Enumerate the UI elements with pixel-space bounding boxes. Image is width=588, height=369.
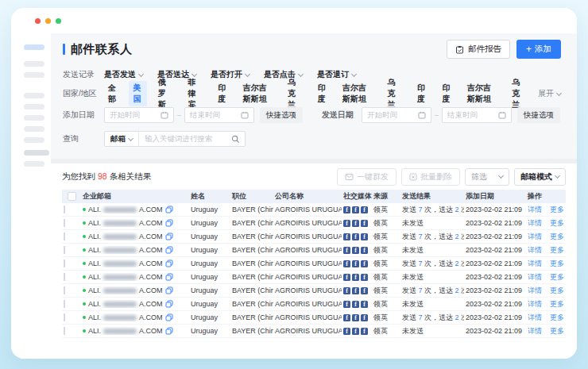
sidebar-skeleton-item[interactable] bbox=[24, 137, 44, 143]
facebook-icon[interactable]: f bbox=[352, 328, 359, 335]
facebook-icon[interactable]: f bbox=[361, 220, 368, 227]
more-link[interactable]: 更多 bbox=[550, 286, 566, 296]
row-checkbox[interactable] bbox=[64, 313, 65, 321]
more-link[interactable]: 更多 bbox=[550, 313, 566, 323]
send-date-quick-options-button[interactable]: 快捷选项 bbox=[517, 107, 560, 123]
country-option[interactable]: 印度 bbox=[439, 81, 456, 106]
copy-icon[interactable] bbox=[165, 286, 173, 294]
sidebar-skeleton-item[interactable] bbox=[24, 104, 44, 110]
more-link[interactable]: 更多 bbox=[550, 259, 566, 269]
detail-link[interactable]: 详情 bbox=[528, 218, 542, 229]
copy-icon[interactable] bbox=[165, 300, 173, 308]
copy-icon[interactable] bbox=[165, 313, 173, 321]
facebook-icon[interactable]: f bbox=[361, 301, 368, 308]
more-link[interactable]: 更多 bbox=[550, 245, 566, 256]
copy-icon[interactable] bbox=[165, 259, 173, 267]
select-all-checkbox[interactable] bbox=[68, 192, 76, 201]
email-report-button[interactable]: 邮件报告 bbox=[447, 40, 510, 59]
facebook-icon[interactable]: f bbox=[343, 260, 350, 267]
country-option[interactable]: 印度 bbox=[314, 81, 331, 106]
minimize-window-icon[interactable] bbox=[45, 18, 51, 24]
country-option[interactable]: 吉尔吉斯斯坦 bbox=[338, 81, 376, 106]
sidebar-skeleton-item[interactable] bbox=[24, 44, 44, 50]
copy-icon[interactable] bbox=[165, 233, 173, 240]
copy-icon[interactable] bbox=[165, 273, 173, 281]
row-checkbox[interactable] bbox=[64, 259, 65, 267]
facebook-icon[interactable]: f bbox=[343, 314, 350, 321]
facebook-icon[interactable]: f bbox=[352, 287, 359, 294]
sidebar-skeleton-item[interactable] bbox=[24, 61, 44, 67]
facebook-icon[interactable]: f bbox=[352, 301, 359, 308]
sidebar-skeleton-item[interactable] bbox=[24, 150, 49, 156]
more-link[interactable]: 更多 bbox=[550, 272, 566, 283]
facebook-icon[interactable]: f bbox=[352, 260, 359, 267]
row-checkbox[interactable] bbox=[64, 233, 65, 240]
country-option[interactable]: 吉尔吉斯斯坦 bbox=[239, 81, 277, 106]
country-option[interactable]: 全部 bbox=[104, 81, 122, 106]
add-date-start-input[interactable]: 开始时间 bbox=[104, 107, 174, 123]
sidebar-skeleton-item[interactable] bbox=[24, 93, 44, 98]
row-checkbox[interactable] bbox=[64, 273, 65, 281]
sidebar-skeleton-item[interactable] bbox=[24, 115, 44, 121]
detail-link[interactable]: 详情 bbox=[528, 205, 542, 215]
close-window-icon[interactable] bbox=[35, 18, 41, 24]
copy-icon[interactable] bbox=[165, 206, 173, 213]
expand-link[interactable]: 展开 bbox=[538, 88, 561, 99]
row-checkbox[interactable] bbox=[64, 219, 65, 227]
country-option-active[interactable]: 美国 bbox=[129, 81, 146, 106]
more-link[interactable]: 更多 bbox=[550, 326, 566, 336]
country-option[interactable]: 印度 bbox=[413, 81, 431, 106]
copy-icon[interactable] bbox=[165, 327, 173, 335]
detail-link[interactable]: 详情 bbox=[528, 286, 542, 296]
filter-select[interactable]: 筛选 bbox=[465, 168, 509, 186]
copy-icon[interactable] bbox=[165, 246, 173, 254]
sidebar-skeleton-item[interactable] bbox=[24, 126, 44, 132]
facebook-icon[interactable]: f bbox=[343, 287, 350, 294]
facebook-icon[interactable]: f bbox=[343, 274, 350, 281]
facebook-icon[interactable]: f bbox=[343, 247, 350, 254]
facebook-icon[interactable]: f bbox=[361, 328, 368, 335]
facebook-icon[interactable]: f bbox=[352, 274, 359, 281]
add-date-quick-options-button[interactable]: 快捷选项 bbox=[260, 107, 303, 123]
facebook-icon[interactable]: f bbox=[343, 233, 350, 240]
facebook-icon[interactable]: f bbox=[343, 328, 350, 335]
facebook-icon[interactable]: f bbox=[352, 247, 359, 254]
facebook-icon[interactable]: f bbox=[361, 287, 368, 294]
more-link[interactable]: 更多 bbox=[550, 299, 566, 309]
more-link[interactable]: 更多 bbox=[550, 205, 566, 215]
facebook-icon[interactable]: f bbox=[352, 206, 359, 213]
add-button[interactable]: + 添加 bbox=[516, 40, 561, 59]
facebook-icon[interactable]: f bbox=[352, 314, 359, 321]
row-checkbox[interactable] bbox=[64, 206, 65, 213]
add-date-end-input[interactable]: 结束时间 bbox=[184, 107, 254, 123]
detail-link[interactable]: 详情 bbox=[528, 299, 542, 309]
facebook-icon[interactable]: f bbox=[343, 206, 350, 213]
detail-link[interactable]: 详情 bbox=[528, 313, 542, 323]
facebook-icon[interactable]: f bbox=[352, 220, 359, 227]
facebook-icon[interactable]: f bbox=[361, 247, 368, 254]
facebook-icon[interactable]: f bbox=[343, 220, 350, 227]
search-field-select[interactable]: 邮箱 bbox=[105, 132, 139, 146]
row-checkbox[interactable] bbox=[64, 246, 65, 254]
copy-icon[interactable] bbox=[165, 219, 173, 227]
detail-link[interactable]: 详情 bbox=[528, 326, 542, 336]
detail-link[interactable]: 详情 bbox=[528, 232, 542, 242]
row-checkbox[interactable] bbox=[64, 327, 65, 335]
detail-link[interactable]: 详情 bbox=[528, 259, 542, 269]
mode-select[interactable]: 邮箱模式 bbox=[514, 168, 566, 186]
bulk-delete-button[interactable]: 批量删除 bbox=[401, 168, 460, 186]
more-link[interactable]: 更多 bbox=[550, 218, 566, 229]
facebook-icon[interactable]: f bbox=[361, 260, 368, 267]
facebook-icon[interactable]: f bbox=[361, 314, 368, 321]
send-date-start-input[interactable]: 开始时间 bbox=[362, 107, 431, 123]
facebook-icon[interactable]: f bbox=[361, 274, 368, 281]
maximize-window-icon[interactable] bbox=[56, 18, 61, 24]
row-checkbox[interactable] bbox=[64, 286, 65, 294]
detail-link[interactable]: 详情 bbox=[528, 272, 542, 283]
bulk-send-button[interactable]: 一键群发 bbox=[337, 168, 397, 186]
facebook-icon[interactable]: f bbox=[343, 301, 350, 308]
facebook-icon[interactable]: f bbox=[361, 233, 368, 240]
detail-link[interactable]: 详情 bbox=[528, 245, 542, 256]
sidebar-skeleton-item[interactable] bbox=[24, 72, 44, 78]
country-option[interactable]: 吉尔吉斯斯坦 bbox=[463, 81, 501, 106]
